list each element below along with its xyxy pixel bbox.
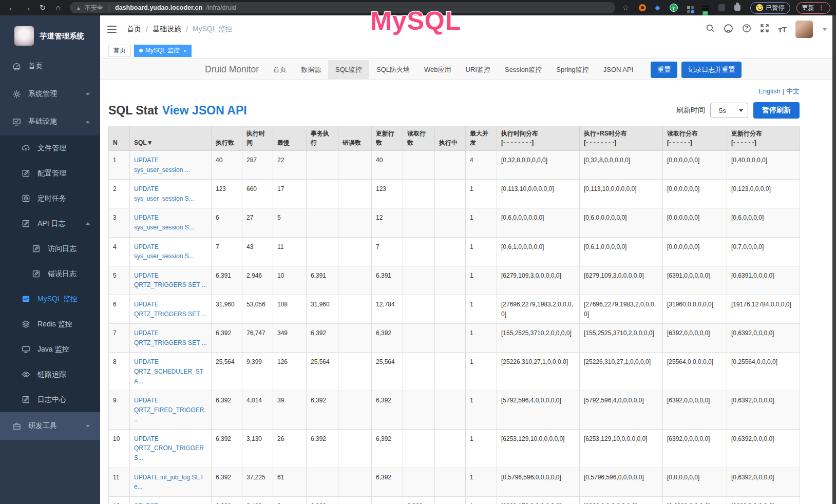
chrome-menu-icon[interactable]: ⋮ (819, 4, 825, 11)
druid-nav-3[interactable]: SQL监控 (328, 60, 369, 79)
sql-link[interactable]: UPDATE QRTZ_FIRED_TRIGGER... (134, 397, 206, 423)
window-scrollbar[interactable] (832, 15, 836, 504)
extension-dark-icon[interactable] (718, 4, 725, 11)
tab-home[interactable]: 首页 (108, 45, 131, 57)
column-header[interactable]: 最慢 (273, 126, 307, 151)
druid-nav-8[interactable]: Spring监控 (549, 60, 596, 79)
extension-grid-icon[interactable] (687, 6, 690, 9)
druid-nav-9[interactable]: JSON API (596, 60, 641, 79)
druid-nav-1[interactable]: 首页 (266, 60, 294, 79)
profile-paused-pill[interactable]: 已暂停 (750, 2, 790, 14)
druid-nav-2[interactable]: 数据源 (294, 60, 328, 79)
column-header[interactable]: 读取行分布[- - - - - -] (663, 126, 727, 151)
table-cell (403, 180, 435, 208)
sidebar-item-trace[interactable]: 链路追踪 (0, 362, 100, 387)
extension-diamond-icon[interactable]: ◆ (655, 4, 660, 11)
sidebar-item-api-log[interactable]: API 日志 (0, 211, 100, 236)
sidebar-item-system[interactable]: 系统管理 (0, 80, 100, 108)
table-cell: [5792,596,4,0,0,0,0,0] (580, 391, 663, 430)
search-icon[interactable] (706, 24, 715, 35)
column-header[interactable]: 更新行数 (372, 126, 403, 151)
column-header[interactable]: N (109, 126, 130, 151)
column-header[interactable]: 更新行分布[- - - - - -] (727, 126, 800, 151)
column-header[interactable]: 事务执行 (307, 126, 338, 151)
fullscreen-icon[interactable] (760, 24, 769, 35)
sidebar-item-devtool[interactable]: 研发工具 (0, 412, 100, 440)
table-cell: 1 (466, 237, 497, 266)
browser-home-icon[interactable]: ⌂ (51, 0, 65, 15)
extension-green-y-icon[interactable]: y (670, 4, 678, 12)
table-cell: [6392,0,0,0,0,0] (727, 496, 800, 504)
table-cell: 108 (273, 295, 307, 323)
sidebar-item-log-center[interactable]: 日志中心 (0, 387, 100, 412)
lang-chinese-link[interactable]: 中文 (786, 87, 800, 95)
sidebar-toggle-icon[interactable] (107, 26, 117, 33)
bookmark-star-icon[interactable]: ☆ (622, 4, 629, 12)
sidebar-item-file[interactable]: 文件管理 (0, 135, 100, 161)
browser-back-icon[interactable]: ← (5, 0, 18, 15)
column-header[interactable]: 错误数 (338, 126, 372, 151)
column-header[interactable]: SQL▼ (130, 126, 212, 151)
sidebar-item-error-log[interactable]: 错误日志 (0, 261, 100, 286)
druid-nav-7[interactable]: Session监控 (498, 60, 549, 79)
tab-close-icon[interactable]: × (183, 48, 186, 54)
avatar-caret-icon[interactable] (823, 28, 827, 31)
table-cell (435, 266, 466, 295)
sql-link[interactable]: UPDATE QRTZ_TRIGGERS SET ... (134, 329, 207, 346)
sql-link[interactable]: UPDATE sys_user_session S... (134, 243, 194, 260)
view-json-api-link[interactable]: View JSON API (162, 104, 247, 117)
column-header[interactable]: 执行数 (212, 126, 242, 151)
font-size-icon[interactable]: тT (778, 25, 787, 34)
log-and-reset-button[interactable]: 记录日志并重置 (681, 62, 742, 78)
browser-update-button[interactable]: 更新 ⋮ (796, 2, 830, 14)
sql-link[interactable]: UPDATE sys_user_session S... (134, 185, 194, 202)
druid-nav-5[interactable]: Web应用 (417, 60, 459, 79)
breadcrumb-home[interactable]: 首页 (127, 25, 141, 34)
sidebar-item-redis[interactable]: Redis 监控 (0, 312, 100, 337)
extension-list-icon[interactable]: on (702, 6, 709, 7)
sql-link[interactable]: UPDATE QRTZ_CRON_TRIGGERS... (134, 435, 204, 461)
druid-nav-6[interactable]: URI监控 (459, 60, 498, 79)
column-header[interactable]: 执行时间 (242, 126, 273, 151)
sidebar-item-label: MySQL 监控 (37, 295, 78, 304)
infra-icon (12, 117, 22, 126)
refresh-interval-select[interactable]: 5s (710, 103, 748, 118)
breadcrumb-infra[interactable]: 基础设施 (153, 25, 181, 34)
reset-button[interactable]: 重置 (651, 62, 677, 78)
app-logo-row[interactable]: 芋道管理系统 (0, 20, 100, 52)
column-header[interactable]: 最大并发 (466, 126, 497, 151)
column-header[interactable]: 执行+RS时分布[- - - - - - - -] (580, 126, 663, 151)
column-header[interactable]: 读取行数 (403, 126, 435, 151)
column-header[interactable]: 执行中 (435, 126, 466, 151)
sql-link[interactable]: UPDATE QRTZ_TRIGGERS SET ... (134, 301, 207, 318)
sql-link[interactable]: UPDATE QRTZ_TRIGGERS SET ... (134, 272, 207, 289)
sidebar-item-config[interactable]: 配置管理 (0, 161, 100, 186)
user-avatar[interactable] (795, 21, 813, 38)
sql-link[interactable]: UPDATE sys_user_session ... (134, 157, 190, 173)
extensions-puzzle-icon[interactable] (734, 5, 740, 11)
help-icon[interactable] (742, 24, 751, 35)
tab-mysql-monitor[interactable]: MySQL 监控 × (134, 45, 192, 57)
browser-reload-icon[interactable]: ↻ (36, 0, 49, 15)
address-bar[interactable]: ▲ 不安全 | dashboard.yudao.iocoder.cn/infra… (70, 2, 615, 13)
sql-link[interactable]: UPDATE inf_job_log SET e... (134, 474, 204, 491)
lang-english-link[interactable]: English (758, 87, 781, 95)
pause-refresh-button[interactable]: 暂停刷新 (753, 102, 800, 119)
druid-nav-4[interactable]: SQL防火墙 (369, 60, 417, 79)
table-cell (403, 295, 435, 323)
sidebar-item-home[interactable]: 首页 (0, 52, 100, 80)
table-cell: 25,564 (307, 353, 338, 391)
sql-link[interactable]: UPDATE QRTZ_SCHEDULER_STA... (134, 358, 203, 384)
extension-donut-icon[interactable] (639, 4, 646, 11)
sidebar-item-java[interactable]: Java 监控 (0, 337, 100, 362)
sidebar-item-infra[interactable]: 基础设施 (0, 108, 100, 135)
sidebar-item-job[interactable]: 定时任务 (0, 186, 100, 211)
druid-brand[interactable]: Druid Monitor (198, 60, 266, 79)
sql-link[interactable]: UPDATE sys_user_session S... (134, 214, 194, 231)
browser-forward-icon[interactable]: → (21, 0, 34, 15)
sidebar-item-access-log[interactable]: 访问日志 (0, 236, 100, 261)
github-icon[interactable] (724, 24, 733, 35)
sidebar-item-mysql[interactable]: MySQL 监控 (0, 286, 100, 312)
column-header[interactable]: 执行时间分布[- - - - - - - -] (497, 126, 580, 151)
table-cell (338, 353, 372, 391)
